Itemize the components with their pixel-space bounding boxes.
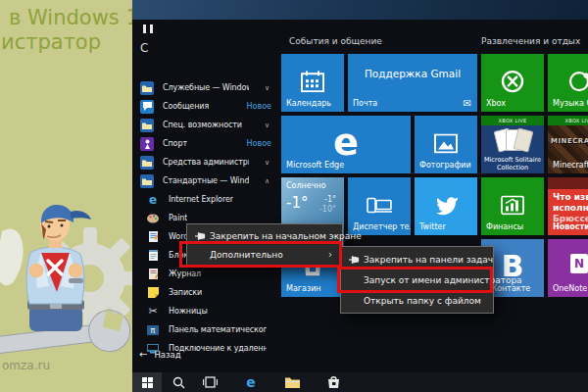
tile-finance[interactable]: Финансы xyxy=(481,177,544,235)
app-item-snipping-tool[interactable]: ✂ Ножницы xyxy=(132,302,277,320)
screenshot-root: в Windows 10 - истратор xyxy=(0,0,588,392)
back-button[interactable]: ← Назад xyxy=(132,345,277,364)
menu-item-pin-to-start[interactable]: Закрепить на начальном экране xyxy=(187,226,342,245)
group-header-events[interactable]: События и общение xyxy=(289,36,382,46)
tile-microsoft-edge[interactable]: e Microsoft Edge xyxy=(281,116,411,173)
new-badge: Новое xyxy=(247,102,271,111)
app-item-accessories[interactable]: Стандартные — Windows ∧ xyxy=(132,172,277,190)
letter-group-header[interactable]: С xyxy=(140,41,148,55)
watermark: omza.ru xyxy=(2,359,50,372)
messaging-icon xyxy=(140,100,154,114)
tile-mail[interactable]: Поддержка Gmail Почта ✉ xyxy=(348,54,477,112)
edge-logo: e xyxy=(333,121,359,164)
internet-explorer-icon: e xyxy=(146,193,160,207)
folder-icon xyxy=(140,119,154,132)
task-view-button[interactable] xyxy=(195,372,224,392)
app-item-admin-tools[interactable]: Средства администрирован... ∨ xyxy=(132,153,277,172)
menu-item-run-as-admin[interactable]: Запуск от имени администратора xyxy=(341,270,493,290)
app-item-internet-explorer[interactable]: e Internet Explorer xyxy=(132,190,277,209)
store-taskbar-button[interactable] xyxy=(318,372,348,392)
menu-item-open-file-location[interactable]: Открыть папку с файлом xyxy=(341,290,493,311)
partial-app-icon xyxy=(142,24,156,34)
sticky-notes-icon xyxy=(146,286,160,300)
file-explorer-button[interactable] xyxy=(277,372,307,392)
task-view-icon xyxy=(203,376,218,388)
twitter-bird-icon xyxy=(433,194,459,216)
wordpad-icon xyxy=(146,230,160,244)
paint-icon xyxy=(146,212,160,225)
scissors-icon: ✂ xyxy=(146,305,160,318)
submenu-arrow-icon: › xyxy=(328,249,332,260)
edge-icon: e xyxy=(246,374,256,390)
tile-onenote[interactable]: N OneNote xyxy=(548,239,588,297)
tile-xbox[interactable]: Xbox xyxy=(481,54,544,112)
folder-icon xyxy=(285,376,300,388)
search-button[interactable] xyxy=(164,372,193,392)
mascot-illustration xyxy=(0,192,132,361)
app-item-journal[interactable]: Журнал xyxy=(132,265,277,283)
taskbar: e xyxy=(132,372,588,392)
app-item-messaging[interactable]: Сообщения Новое xyxy=(132,97,277,116)
tile-groove-music[interactable]: Музыка Groove xyxy=(548,54,588,112)
tutorial-title-line1: в Windows 10 - xyxy=(9,6,132,29)
svg-text:π: π xyxy=(151,326,156,335)
tile-phone-companion[interactable]: Диспетчер те... xyxy=(348,177,411,235)
chevron-down-icon[interactable]: ∨ xyxy=(265,159,270,167)
tile-news[interactable]: Что извест исполните Брюсселе Новости xyxy=(548,177,588,235)
sport-icon xyxy=(140,137,154,151)
journal-icon xyxy=(146,268,160,281)
menu-item-more[interactable]: Дополнительно › xyxy=(187,245,342,264)
solitaire-cards-art xyxy=(496,129,529,155)
windows-logo-icon xyxy=(142,377,153,388)
calendar-icon xyxy=(301,71,324,92)
tutorial-title-line2: истратор xyxy=(1,30,101,54)
mail-live-headline: Поддержка Gmail xyxy=(348,68,477,79)
groove-icon xyxy=(567,70,588,93)
start-button[interactable] xyxy=(132,372,162,392)
back-arrow-icon: ← xyxy=(139,349,147,360)
pin-icon xyxy=(194,230,206,242)
phone-companion-icon xyxy=(367,196,392,214)
app-item-sticky-notes[interactable]: Записки xyxy=(132,283,277,302)
finance-chart-icon xyxy=(501,195,524,215)
chevron-up-icon[interactable]: ∧ xyxy=(265,177,270,185)
app-item-sport[interactable]: Спорт Новое xyxy=(132,134,277,153)
edge-taskbar-button[interactable]: e xyxy=(236,372,266,392)
math-input-icon: π xyxy=(146,323,160,337)
tutorial-sidebar: в Windows 10 - истратор xyxy=(0,0,132,392)
onenote-icon: N xyxy=(570,254,588,273)
app-item-system-windows[interactable]: Служебные — Windows ∨ xyxy=(132,78,277,97)
app-item-accessibility[interactable]: Спец. возможности ∨ xyxy=(132,116,277,134)
tile-calendar[interactable]: Календарь xyxy=(281,54,344,112)
xbox-live-banner: XBOX LIVE xyxy=(548,116,588,125)
chevron-down-icon[interactable]: ∨ xyxy=(265,84,270,92)
photos-icon xyxy=(434,133,458,153)
envelope-icon: ✉ xyxy=(464,98,471,109)
notepad-icon xyxy=(146,249,160,263)
xbox-logo-icon xyxy=(501,70,524,93)
group-header-entertainment[interactable]: Развлечения и отдых xyxy=(481,36,580,46)
folder-icon xyxy=(140,81,154,95)
desktop-wallpaper xyxy=(132,0,588,20)
app-list: С Служебные — Windows ∨ Сообщения Новое … xyxy=(132,20,277,372)
search-icon xyxy=(172,376,185,389)
app-item-math-input[interactable]: π Панель математического ввода xyxy=(132,320,277,339)
context-menu: Закрепить на начальном экране Дополнител… xyxy=(186,223,343,267)
folder-icon xyxy=(140,156,154,170)
pin-icon xyxy=(348,254,360,266)
tile-photos[interactable]: Фотографии xyxy=(415,116,477,173)
menu-item-pin-to-taskbar[interactable]: Закрепить на панели задач xyxy=(341,249,493,270)
xbox-live-banner: XBOX LIVE xyxy=(481,116,544,125)
tile-minecraft[interactable]: XBOX LIVE MINECRAFT Minecraft: W... xyxy=(548,116,588,173)
new-badge: Новое xyxy=(247,139,271,148)
context-submenu: Закрепить на панели задач Запуск от имен… xyxy=(340,246,494,314)
tile-solitaire[interactable]: XBOX LIVE Microsoft Solitaire Collection xyxy=(481,116,544,173)
folder-icon xyxy=(140,174,154,188)
tile-twitter[interactable]: Twitter xyxy=(415,177,477,235)
chevron-down-icon[interactable]: ∨ xyxy=(265,122,270,129)
store-bag-icon xyxy=(327,375,340,389)
